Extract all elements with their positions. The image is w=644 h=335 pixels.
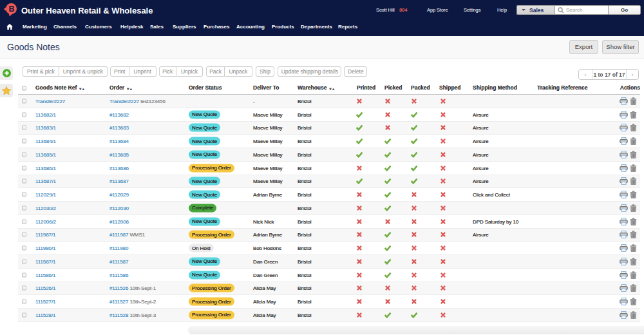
svg-text:B: B: [8, 5, 14, 14]
